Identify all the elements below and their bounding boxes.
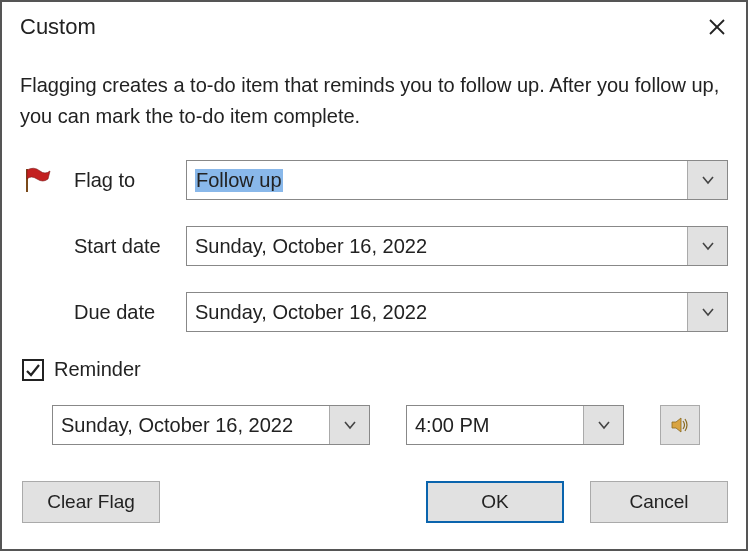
due-date-value: Sunday, October 16, 2022 — [187, 293, 687, 331]
due-date-row: Due date Sunday, October 16, 2022 — [20, 292, 728, 332]
reminder-controls: Sunday, October 16, 2022 4:00 PM — [20, 405, 728, 445]
due-date-combo[interactable]: Sunday, October 16, 2022 — [186, 292, 728, 332]
reminder-time-dropdown-button[interactable] — [583, 406, 623, 444]
start-date-dropdown-button[interactable] — [687, 227, 727, 265]
close-icon — [708, 18, 726, 36]
clear-flag-button[interactable]: Clear Flag — [22, 481, 160, 523]
reminder-label: Reminder — [54, 358, 141, 381]
due-date-dropdown-button[interactable] — [687, 293, 727, 331]
reminder-checkbox[interactable] — [22, 359, 44, 381]
flag-to-input[interactable]: Follow up — [187, 161, 687, 199]
chevron-down-icon — [343, 420, 357, 430]
button-row: Clear Flag OK Cancel — [20, 481, 728, 523]
dialog-body: Flagging creates a to-do item that remin… — [2, 50, 746, 549]
flag-to-label: Flag to — [74, 169, 186, 192]
flag-icon-col — [20, 167, 74, 193]
titlebar: Custom — [2, 2, 746, 50]
flag-to-combo[interactable]: Follow up — [186, 160, 728, 200]
cancel-button[interactable]: Cancel — [590, 481, 728, 523]
ok-button[interactable]: OK — [426, 481, 564, 523]
chevron-down-icon — [701, 307, 715, 317]
start-date-row: Start date Sunday, October 16, 2022 — [20, 226, 728, 266]
reminder-date-value: Sunday, October 16, 2022 — [53, 406, 329, 444]
checkmark-icon — [25, 363, 41, 377]
speaker-icon — [670, 416, 690, 434]
reminder-date-dropdown-button[interactable] — [329, 406, 369, 444]
chevron-down-icon — [701, 175, 715, 185]
reminder-time-combo[interactable]: 4:00 PM — [406, 405, 624, 445]
reminder-row: Reminder — [20, 358, 728, 381]
reminder-time-value: 4:00 PM — [407, 406, 583, 444]
due-date-label: Due date — [74, 301, 186, 324]
chevron-down-icon — [701, 241, 715, 251]
start-date-value: Sunday, October 16, 2022 — [187, 227, 687, 265]
flag-to-value: Follow up — [195, 169, 283, 192]
custom-flag-dialog: Custom Flagging creates a to-do item tha… — [0, 0, 748, 551]
flag-to-dropdown-button[interactable] — [687, 161, 727, 199]
close-button[interactable] — [702, 12, 732, 42]
reminder-sound-button[interactable] — [660, 405, 700, 445]
reminder-date-combo[interactable]: Sunday, October 16, 2022 — [52, 405, 370, 445]
flag-to-row: Flag to Follow up — [20, 160, 728, 200]
chevron-down-icon — [597, 420, 611, 430]
dialog-title: Custom — [20, 14, 96, 40]
start-date-combo[interactable]: Sunday, October 16, 2022 — [186, 226, 728, 266]
flag-icon — [22, 167, 52, 193]
description-text: Flagging creates a to-do item that remin… — [20, 70, 728, 132]
start-date-label: Start date — [74, 235, 186, 258]
